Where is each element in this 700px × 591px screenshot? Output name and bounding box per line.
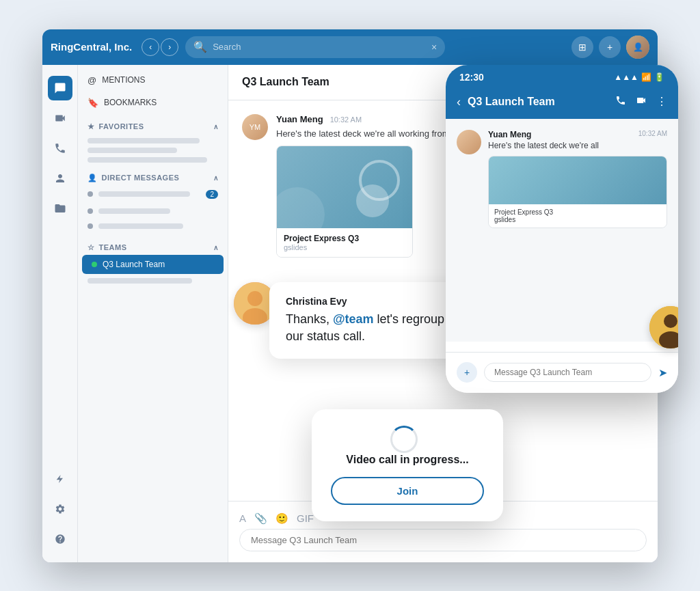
sidebar-item-contacts[interactable]	[48, 166, 72, 191]
search-input[interactable]	[213, 42, 426, 52]
phone-status-bar: 12:30 ▲▲▲ 📶 🔋	[446, 65, 678, 90]
team-name: Q3 Launch Team	[103, 260, 165, 269]
text-format-icon[interactable]: A	[239, 512, 246, 525]
mentions-label: MENTIONS	[102, 75, 145, 85]
sidebar-section-bookmarks: 🔖 BOOKMARKS	[78, 93, 228, 113]
video-call-popup: Video call in progress... Join	[312, 409, 503, 521]
teams-header: ☆ TEAMS ∧	[78, 236, 228, 255]
file-type: gslides	[284, 243, 405, 251]
signal-icon: ▲▲▲	[614, 72, 638, 82]
sidebar-item-bookmarks[interactable]: 🔖 BOOKMARKS	[78, 93, 228, 113]
team-mention: @team	[333, 312, 374, 326]
message-input-row	[239, 529, 647, 551]
teams-chevron-icon[interactable]: ∧	[213, 244, 219, 251]
teams-label: TEAMS	[99, 243, 127, 251]
phone-back-button[interactable]: ‹	[457, 95, 461, 109]
file-info: Project Express Q3 gslides	[277, 228, 412, 257]
star-icon: ★	[88, 122, 95, 131]
sidebar-item-phone[interactable]	[48, 136, 72, 161]
gif-icon[interactable]: GIF	[297, 512, 314, 525]
file-attachment[interactable]: Project Express Q3 gslides	[276, 146, 413, 258]
sidebar-item-help[interactable]	[48, 527, 72, 551]
avatar-image: 👤	[626, 36, 649, 59]
video-call-status: Video call in progress...	[331, 426, 484, 466]
grid-icon-button[interactable]: ⊞	[571, 36, 593, 58]
app-title: RingCentral, Inc.	[51, 41, 132, 53]
nav-back-button[interactable]: ‹	[142, 38, 159, 56]
svg-point-2	[247, 291, 262, 306]
phone-attachment[interactable]: Project Express Q3 gslides	[488, 156, 667, 228]
phone-attachment-type: gslides	[494, 216, 661, 223]
online-indicator	[92, 262, 97, 267]
sidebar-section-favorites: ★ FAVORITES ∧	[78, 115, 228, 163]
svg-point-5	[664, 314, 677, 328]
yuan-avatar: YM	[242, 114, 268, 140]
favorite-item-2	[88, 148, 177, 153]
phone-time: 12:30	[459, 72, 484, 83]
add-button[interactable]: +	[599, 36, 621, 58]
phone-send-button[interactable]: ➤	[658, 366, 667, 379]
sidebar-item-chat[interactable]	[48, 76, 72, 100]
file-name: Project Express Q3	[284, 234, 405, 243]
sidebar-item-settings[interactable]	[48, 497, 72, 521]
top-bar: RingCentral, Inc. ‹ › 🔍 × ⊞ + 👤	[42, 29, 658, 65]
phone-call-icon[interactable]	[615, 95, 626, 109]
dm-item-3[interactable]	[78, 219, 228, 234]
phone-channel-name: Q3 Launch Team	[468, 96, 555, 108]
sidebar-item-integrations[interactable]	[48, 467, 72, 491]
favorite-item-1	[88, 138, 200, 143]
attach-icon[interactable]: 📎	[254, 512, 267, 525]
search-bar[interactable]: 🔍 ×	[185, 36, 445, 58]
phone-input-area: + ➤	[446, 352, 678, 393]
join-call-button[interactable]: Join	[331, 477, 484, 505]
favorites-chevron-icon[interactable]: ∧	[213, 123, 219, 130]
phone-yuan-sender: Yuan Meng	[488, 130, 531, 139]
sidebar-item-q3-launch-team[interactable]: Q3 Launch Team	[82, 255, 224, 274]
yuan-avatar-image: YM	[242, 114, 268, 140]
phone-overlay: 12:30 ▲▲▲ 📶 🔋 ‹ Q3 Launch Team ⋮	[446, 65, 678, 393]
dm-item-1[interactable]: 2	[78, 185, 228, 204]
dm-avatar-1	[88, 191, 93, 197]
phone-add-button[interactable]: +	[457, 362, 477, 383]
phone-attachment-preview-img	[489, 156, 667, 204]
phone-yuan-avatar-image	[457, 130, 481, 154]
sidebar-section-teams: ☆ TEAMS ∧ Q3 Launch Team	[78, 236, 228, 284]
phone-message-input[interactable]	[484, 363, 651, 382]
svg-point-0	[356, 184, 389, 217]
phone-attachment-name: Project Express Q3	[494, 208, 661, 216]
video-call-status-text: Video call in progress...	[346, 454, 468, 466]
dm-avatar-2	[88, 208, 93, 214]
dm-name-3	[98, 223, 183, 229]
dm-chevron-icon[interactable]: ∧	[213, 174, 219, 182]
phone-yuan-avatar	[457, 130, 481, 154]
battery-icon: 🔋	[654, 72, 664, 82]
yuan-sender-name: Yuan Meng	[276, 114, 323, 124]
dm-item-2[interactable]	[78, 204, 228, 219]
sidebar-item-mentions[interactable]: @ MENTIONS	[78, 70, 228, 90]
favorites-header: ★ FAVORITES ∧	[78, 115, 228, 134]
phone-message-content: Yuan Meng 10:32 AM Here's the latest dec…	[488, 130, 667, 228]
bookmark-icon: 🔖	[88, 98, 98, 108]
phone-status-icons: ▲▲▲ 📶 🔋	[614, 72, 664, 82]
sidebar-section-mentions: @ MENTIONS	[78, 70, 228, 90]
loading-spinner	[390, 426, 418, 453]
user-avatar[interactable]: 👤	[626, 36, 649, 59]
sidebar-item-video[interactable]	[48, 106, 72, 130]
dm-label: DIRECT MESSAGES	[102, 174, 180, 182]
phone-video-icon[interactable]	[636, 95, 647, 109]
favorites-label: FAVORITES	[99, 122, 144, 130]
search-icon: 🔍	[193, 40, 207, 53]
yuan-message-time: 10:32 AM	[330, 115, 362, 124]
bookmarks-label: BOOKMARKS	[104, 98, 157, 107]
emoji-icon[interactable]: 🙂	[275, 512, 288, 525]
dm-name-1	[98, 191, 190, 197]
phone-message-meta: Yuan Meng 10:32 AM	[488, 130, 667, 139]
message-input[interactable]	[251, 535, 635, 545]
nav-forward-button[interactable]: ›	[161, 38, 178, 56]
sidebar-section-dm: 👤 DIRECT MESSAGES ∧ 2	[78, 167, 228, 234]
phone-more-icon[interactable]: ⋮	[656, 95, 667, 109]
sidebar-item-files[interactable]	[48, 196, 72, 221]
icon-bar-bottom	[48, 467, 72, 551]
dm-avatar-3	[88, 223, 93, 229]
search-clear-icon[interactable]: ×	[431, 42, 437, 53]
